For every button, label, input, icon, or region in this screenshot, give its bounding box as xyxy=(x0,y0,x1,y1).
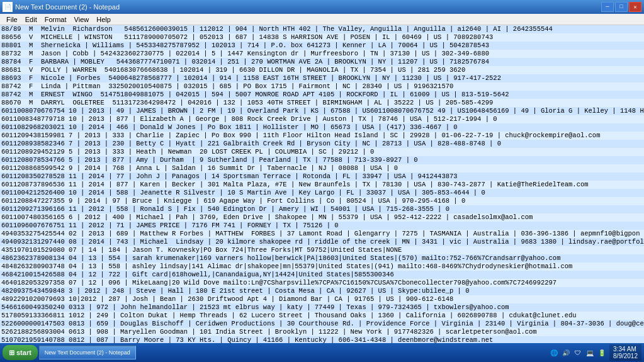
table-row[interactable]: 6011208350278528 11 | 2014 | 77 | John J… xyxy=(0,173,644,181)
table-row[interactable]: 4351970101529080 07 | 14 | 184 | Jason T… xyxy=(0,246,644,254)
row-text: 88670 M DARRYL OGLETREE 5113172364298472… xyxy=(0,99,494,107)
table-row[interactable]: 6011096007676751 11 | 2012 | 71 | JAMES … xyxy=(0,222,644,230)
row-text: 6011208847227355 9 | 2014 | 97 | Bruce |… xyxy=(0,197,466,205)
row-text: 6011008348779718 10 | 2013 | 877 | Eliza… xyxy=(0,115,499,123)
table-row[interactable]: 88656 V MICHELLE | WINSTON 5111789000705… xyxy=(0,33,644,42)
table-row[interactable]: 4892291020079693 10|2012 | 287 | Josh | … xyxy=(0,295,644,303)
row-text: 4862362378908134 04 | 13 | 554 | sarah k… xyxy=(0,254,562,263)
row-text: 88681 V POLLY | WARREN 5401683076668638 … xyxy=(0,66,466,74)
table-row[interactable]: 6011082968203021 10 | 2014 | 466 | Donal… xyxy=(0,123,644,132)
row-text: 6011208350278528 11 | 2014 | 77 | John J… xyxy=(0,173,459,181)
table-row[interactable]: 5466160049350240 0313 | 972 | John helma… xyxy=(0,303,644,312)
table-row[interactable]: 6011208847227355 9 | 2014 | 97 | Bruce |… xyxy=(0,197,644,205)
row-text: 4848263280903748 04 | 13 | 558 | ashley … xyxy=(0,263,573,271)
table-row[interactable]: 4820937543459848 3 | 2012 | 248 | Steve … xyxy=(0,287,644,295)
taskbar-right: 🌐 🔊 🛡 💻 🔋 3:34 AM 8/9/2012 xyxy=(549,344,641,361)
date-display: 8/9/2012 xyxy=(613,353,638,359)
table-row[interactable]: 5178059133366811 1012 | 249 | Colton Duk… xyxy=(0,312,644,320)
text-content-area[interactable]: 88/89 M Melvin Richardson 54856126000390… xyxy=(0,25,644,348)
row-text: 6011208078534766 5 | 2013 | 877 | Amy | … xyxy=(0,156,419,164)
window-title: New Text Document (2) - Notepad xyxy=(15,3,120,11)
table-row[interactable]: 4862362378908134 04 | 13 | 554 | sarah k… xyxy=(0,254,644,263)
close-button[interactable]: ✕ xyxy=(629,2,641,12)
table-row[interactable]: 5262188256893004 0613 | 908 | Maryellen … xyxy=(0,328,644,336)
row-text: 6011096007676751 11 | 2012 | 71 | JAMES … xyxy=(0,222,340,230)
table-row[interactable]: 5226000000147503 0813 | 659 | Douglas Bi… xyxy=(0,320,644,328)
table-row[interactable]: 88/89 M Melvin Richardson 54856126000390… xyxy=(0,25,644,33)
table-row[interactable]: 88732 M Jason | Cobb | 5424323602730775 … xyxy=(0,50,644,58)
start-label: start xyxy=(16,349,31,356)
table-row[interactable]: 6011008348779718 10 | 2013 | 877 | Eliza… xyxy=(0,115,644,123)
row-text: 4684210015426588 04 | 12 | 722 | Gift ca… xyxy=(0,271,395,279)
table-row[interactable]: 88742 F Linda | Pittman 3325020010540875… xyxy=(0,82,644,91)
tray-icon-4: 💻 xyxy=(585,348,595,358)
window-controls: ─ □ ✕ xyxy=(601,2,641,12)
table-row[interactable]: 6011208938582346 7 | 2013 | 230 | Betty … xyxy=(0,140,644,148)
table-row[interactable]: 88693 F Nicole | Forbes 5400648278568777… xyxy=(0,74,644,82)
row-text: 4892291020079693 10|2012 | 287 | Josh | … xyxy=(0,295,455,303)
table-row[interactable]: 6011209271396166 11 | 2012 | 558 | Ronal… xyxy=(0,205,644,213)
row-text: 6011208938582346 7 | 2013 | 230 | Betty … xyxy=(0,140,502,148)
table-row[interactable]: 88784 F BARBARA | MOBLEY 544368777471007… xyxy=(0,58,644,66)
row-text: 88801 M Sherneicka | Williams | 54533482… xyxy=(0,42,490,50)
app-icon: 📄 xyxy=(3,2,13,12)
tray-icon-5: 🔋 xyxy=(597,348,607,358)
table-row[interactable]: 6011208929452129 5 | 2013 | 333 | Heath … xyxy=(0,148,644,156)
clock: 3:34 AM 8/9/2012 xyxy=(609,344,641,361)
menu-item-format[interactable]: Format xyxy=(41,16,71,23)
tray-icon-1: 🌐 xyxy=(549,348,559,358)
row-text: 4351970101529080 07 | 14 | 184 | Jason T… xyxy=(0,246,403,254)
row-text: 5262188256893004 0613 | 908 | Maryellen … xyxy=(0,328,538,336)
row-text: 88742 F Linda | Pittman 3325020010540875… xyxy=(0,82,455,91)
row-text: 88732 M Jason | Cobb | 5424323602730775 … xyxy=(0,50,490,58)
table-row[interactable]: 4848263280903748 04 | 13 | 558 | ashley … xyxy=(0,263,644,271)
taskbar: ⊞ start New Text Document (2) - Notepad … xyxy=(0,343,644,362)
row-text: 6011209438159981 7 | 2013 | 333 | Charli… xyxy=(0,132,601,140)
active-window-button[interactable]: New Text Document (2) - Notepad xyxy=(39,346,136,359)
table-row[interactable]: 4640182053297358 07 | 12 | 096 | MikeLaa… xyxy=(0,279,644,287)
menu-item-edit[interactable]: Edit xyxy=(21,16,41,23)
row-text: 4940353275425544 02 | 2013 | 689 | Matth… xyxy=(0,230,641,238)
tray-icon-2: 🔊 xyxy=(561,348,571,358)
table-row[interactable]: 6011208737896536 11 | 2014 | 877 | Karen… xyxy=(0,181,644,189)
table-row[interactable]: 6011004212526400 10 | 2014 | 588 | Jeane… xyxy=(0,189,644,197)
time-display: 3:34 AM xyxy=(613,346,638,353)
table-row[interactable]: 6011208078534766 5 | 2013 | 877 | Amy | … xyxy=(0,156,644,164)
table-row[interactable]: 4684210015426588 04 | 12 | 722 | Gift ca… xyxy=(0,271,644,279)
table-row[interactable]: 6011209438159981 7 | 2013 | 333 | Charli… xyxy=(0,132,644,140)
row-text: 4940932131297440 08 | 2014 | 743 | Micha… xyxy=(0,238,644,246)
title-bar: 📄 New Text Document (2) - Notepad ─ □ ✕ xyxy=(0,0,644,14)
row-text: 6011208929452129 5 | 2013 | 333 | Heath … xyxy=(0,148,375,156)
table-row[interactable]: 6011007480356165 6 | 2012 | 400 | Michae… xyxy=(0,213,644,222)
row-text: 88/89 M Melvin Richardson 54856126000390… xyxy=(0,25,554,33)
table-row[interactable]: 6011208868599542 9 | 2014 | 768 | Anna L… xyxy=(0,164,644,173)
tray-icon-3: 🛡 xyxy=(573,348,583,358)
minimize-button[interactable]: ─ xyxy=(601,2,614,12)
row-text: 88742 M ERNEST WINGO 5147518049881075 | … xyxy=(0,91,511,99)
maximize-button[interactable]: □ xyxy=(615,2,628,12)
table-row[interactable]: 4940932131297440 08 | 2014 | 743 | Micha… xyxy=(0,238,644,246)
table-row[interactable]: 4940353275425544 02 | 2013 | 689 | Matth… xyxy=(0,230,644,238)
row-text: 6011208737896536 11 | 2014 | 877 | Karen… xyxy=(0,181,590,189)
windows-logo: ⊞ xyxy=(9,349,14,357)
active-window-label: New Text Document (2) - Notepad xyxy=(45,349,130,356)
title-bar-left: 📄 New Text Document (2) - Notepad xyxy=(3,2,120,12)
row-text: 5178059133366811 1012 | 249 | Colton Duk… xyxy=(0,312,578,320)
row-text: 6011008070676754 10 | 2013 | 49 | JAMES … xyxy=(0,107,644,115)
row-text: 88656 V MICHELLE | WINSTON 5111789000705… xyxy=(0,33,494,42)
start-button[interactable]: ⊞ start xyxy=(3,345,38,360)
table-row[interactable]: 88801 M Sherneicka | Williams | 54533482… xyxy=(0,42,644,50)
menu-item-help[interactable]: Help xyxy=(93,16,115,23)
table-row[interactable]: 88670 M DARRYL OGLETREE 5113172364298472… xyxy=(0,99,644,107)
row-text: 5466160049350240 0313 | 972 | John helma… xyxy=(0,303,511,312)
table-row[interactable]: 88742 M ERNEST WINGO 5147518049881075 | … xyxy=(0,91,644,99)
system-tray: 🌐 🔊 🛡 💻 🔋 xyxy=(549,348,607,358)
table-row[interactable]: 88681 V POLLY | WARREN 5401683076668638 … xyxy=(0,66,644,74)
table-row[interactable]: 6011008070676754 10 | 2013 | 49 | JAMES … xyxy=(0,107,644,115)
menu-item-file[interactable]: File xyxy=(3,16,21,23)
row-text: 6011209271396166 11 | 2012 | 558 | Ronal… xyxy=(0,205,451,213)
row-text: 6011007480356165 6 | 2012 | 400 | Michae… xyxy=(0,213,534,222)
row-text: 4640182053297358 07 | 12 | 096 | MikeLaa… xyxy=(0,279,558,287)
menu-item-view[interactable]: View xyxy=(71,16,93,23)
row-text: 6011082968203021 10 | 2014 | 466 | Donal… xyxy=(0,123,459,132)
